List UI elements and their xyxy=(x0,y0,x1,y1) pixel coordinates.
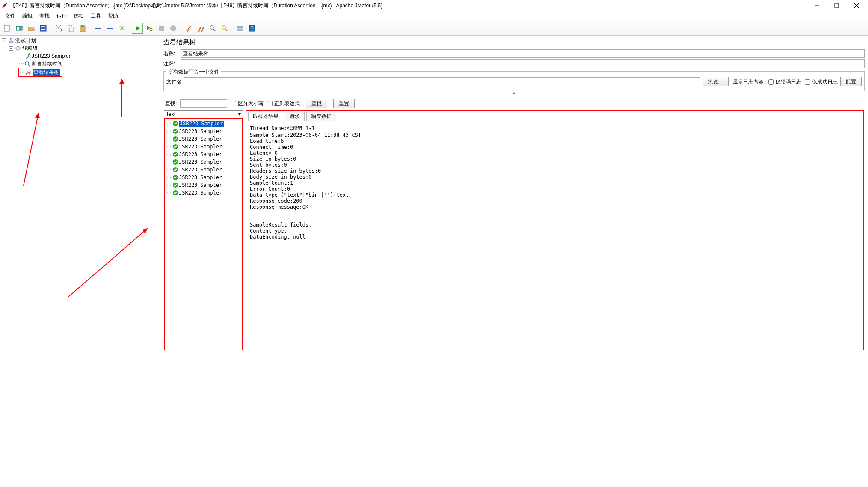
svg-line-27 xyxy=(225,29,227,31)
name-label: 名称: xyxy=(163,50,181,57)
window-close-button[interactable] xyxy=(847,0,866,11)
jmeter-feather-icon xyxy=(2,3,8,9)
comment-label: 注释: xyxy=(163,60,181,68)
tab-sampler-result[interactable]: 取样器结果 xyxy=(248,112,283,121)
svg-line-42 xyxy=(68,228,148,297)
case-label: 区分大小写 xyxy=(238,100,264,107)
result-item[interactable]: ⋯ JSR223 Sampler xyxy=(165,120,242,127)
name-input[interactable] xyxy=(181,49,865,58)
filename-label: 文件名 xyxy=(166,78,184,86)
result-item[interactable]: ⋯ JSR223 Sampler xyxy=(165,135,242,143)
toolbar-new-icon[interactable] xyxy=(2,23,13,34)
toolbar-reset-search-icon[interactable] xyxy=(219,23,230,34)
toolbar-collapse-icon[interactable] xyxy=(104,23,116,34)
toolbar-function-helper-icon[interactable] xyxy=(234,23,246,34)
tree-assertion[interactable]: ⋯ 断言持续时间 xyxy=(0,60,160,68)
toolbar-cut-icon[interactable] xyxy=(53,23,64,34)
toolbar-run-no-timer-icon[interactable] xyxy=(144,23,155,34)
menu-options[interactable]: 选项 xyxy=(70,12,87,21)
toolbar-help-icon[interactable]: ? xyxy=(246,23,258,34)
menu-help[interactable]: 帮助 xyxy=(104,12,121,21)
tab-request[interactable]: 请求 xyxy=(285,112,305,121)
success-only-label: 仅成功日志 xyxy=(812,78,838,86)
errors-only-label: 仅错误日志 xyxy=(776,78,801,86)
result-item[interactable]: ⋯ JSR223 Sampler xyxy=(165,143,242,151)
window-title: 【P49】断言持续时间（Duration Assertion）.jmx (D:\… xyxy=(10,2,807,9)
svg-line-41 xyxy=(24,113,39,186)
toolbar-run-icon[interactable] xyxy=(132,23,143,34)
toolbar-templates-icon[interactable] xyxy=(14,23,25,34)
filename-input[interactable] xyxy=(184,77,700,86)
menu-search[interactable]: 查找 xyxy=(36,12,53,21)
toolbar-clear-icon[interactable] xyxy=(183,23,194,34)
chart-icon xyxy=(25,69,32,76)
display-log-label: 显示日志内容: xyxy=(733,78,765,86)
toolbar-toggle-icon[interactable] xyxy=(116,23,127,34)
svg-rect-22 xyxy=(159,26,164,31)
result-item[interactable]: ⋯ JSR223 Sampler xyxy=(165,174,242,181)
toolbar-shutdown-icon[interactable] xyxy=(168,23,179,34)
comment-input[interactable] xyxy=(181,59,865,68)
find-button[interactable]: 查找 xyxy=(306,99,327,108)
panel-title: 查看结果树 xyxy=(163,38,865,49)
menu-run[interactable]: 运行 xyxy=(53,12,70,21)
menu-file[interactable]: 文件 xyxy=(2,12,19,21)
toolbar-save-icon[interactable] xyxy=(38,23,49,34)
browse-button[interactable]: 浏览... xyxy=(703,77,729,86)
rendermode-dropdown[interactable]: Text ▾ xyxy=(164,110,243,118)
search-row: 查找: 区分大小写 正则表达式 查找 重置 xyxy=(163,97,865,110)
reset-button[interactable]: 重置 xyxy=(333,99,355,108)
success-tick-icon xyxy=(172,128,178,134)
svg-rect-15 xyxy=(69,27,73,32)
window-max-button[interactable] xyxy=(827,0,847,11)
toolbar-search-icon[interactable] xyxy=(207,23,218,34)
window-min-button[interactable] xyxy=(807,0,827,11)
errors-only-checkbox[interactable]: 仅错误日志 xyxy=(768,78,801,86)
result-item[interactable]: ⋯ JSR223 Sampler xyxy=(165,181,242,189)
svg-point-21 xyxy=(150,28,152,31)
toolbar-expand-icon[interactable] xyxy=(92,23,104,34)
result-item[interactable]: ⋯ JSR223 Sampler xyxy=(165,166,242,174)
svg-line-39 xyxy=(28,65,30,66)
success-tick-icon xyxy=(172,136,178,142)
success-tick-icon xyxy=(172,174,178,180)
pipette-icon xyxy=(24,53,31,59)
tab-response[interactable]: 响应数据 xyxy=(306,112,336,121)
svg-rect-1 xyxy=(835,3,839,8)
bottom-whitespace xyxy=(0,350,868,487)
toolbar-paste-icon[interactable] xyxy=(77,23,88,34)
svg-rect-17 xyxy=(81,25,84,27)
tree-listener-label: 查看结果树 xyxy=(33,69,60,76)
toolbar-open-icon[interactable] xyxy=(26,23,37,34)
toolbar-clear-all-icon[interactable] xyxy=(195,23,206,34)
svg-point-26 xyxy=(222,26,225,29)
result-item[interactable]: ⋯ JSR223 Sampler xyxy=(165,158,242,166)
search-label: 查找: xyxy=(165,100,177,107)
result-item[interactable]: ⋯ JSR223 Sampler xyxy=(165,189,242,197)
tree-root-testplan[interactable]: − 测试计划 xyxy=(0,37,160,44)
tree-listener[interactable]: ⋯ 查看结果树 xyxy=(19,68,62,76)
menu-edit[interactable]: 编辑 xyxy=(19,12,36,21)
svg-rect-16 xyxy=(80,26,85,32)
magnifier-icon xyxy=(24,60,31,67)
toolbar-copy-icon[interactable] xyxy=(65,23,76,34)
tree-threadgroup[interactable]: − 线程组 xyxy=(0,44,160,52)
search-input[interactable] xyxy=(180,99,227,108)
svg-point-38 xyxy=(25,62,29,65)
result-item[interactable]: ⋯ JSR223 Sampler xyxy=(165,127,242,135)
result-item[interactable]: ⋯ JSR223 Sampler xyxy=(165,151,242,158)
success-tick-icon xyxy=(172,182,178,188)
collapse-grip-icon[interactable]: ▲ xyxy=(163,91,865,95)
menubar: 文件 编辑 查找 运行 选项 工具 帮助 xyxy=(0,11,868,21)
svg-text:?: ? xyxy=(251,25,254,31)
file-output-legend: 所有数据写入一个文件 xyxy=(166,68,221,76)
tree-sampler[interactable]: ⋯ JSR223 Sampler xyxy=(0,52,160,60)
success-tick-icon xyxy=(172,151,178,157)
configure-button[interactable]: 配置 xyxy=(840,77,862,86)
toolbar-stop-icon[interactable] xyxy=(156,23,167,34)
menu-tools[interactable]: 工具 xyxy=(87,12,104,21)
svg-point-24 xyxy=(210,26,213,29)
case-checkbox[interactable]: 区分大小写 xyxy=(231,100,264,107)
success-only-checkbox[interactable]: 仅成功日志 xyxy=(805,78,838,86)
regex-checkbox[interactable]: 正则表达式 xyxy=(267,100,300,107)
